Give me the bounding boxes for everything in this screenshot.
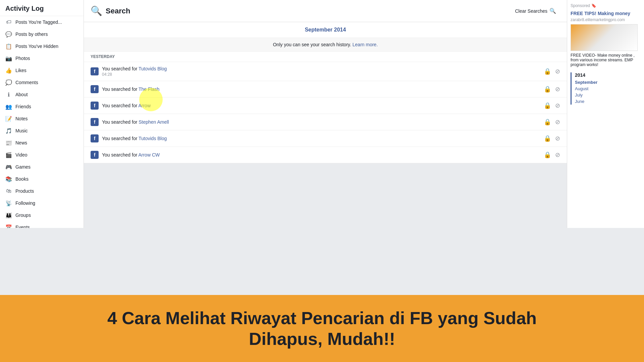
ad-image-placeholder: [571, 24, 637, 51]
clear-search-icon: 🔍: [549, 8, 556, 14]
groups-icon: 👪: [5, 212, 12, 219]
search-row: f You searched for The Flash 🔒 ⊘: [84, 81, 567, 98]
lock-icon[interactable]: 🔒: [544, 135, 551, 142]
lock-icon[interactable]: 🔒: [544, 151, 551, 159]
remove-icon[interactable]: ⊘: [555, 151, 560, 159]
sidebar-item-friends[interactable]: 👥 Friends: [0, 101, 84, 113]
lock-icon[interactable]: 🔒: [544, 85, 551, 93]
lock-icon[interactable]: 🔒: [544, 68, 551, 75]
search-row: f You searched for Tutovids Blog 04:28 🔒…: [84, 62, 567, 81]
sidebar-item-photos[interactable]: 📷 Photos: [0, 52, 84, 64]
products-icon: 🛍: [5, 188, 12, 194]
ad-title[interactable]: FREE TIPS! Making money: [571, 11, 641, 16]
ad-description: FREE VIDEO- Make money online , from var…: [571, 53, 641, 67]
search-header: 🔍 Search Clear Searches 🔍: [84, 0, 567, 22]
sidebar-item-news[interactable]: 📰 News: [0, 137, 84, 149]
sidebar: Activity Log 🏷 Posts You're Tagged... 💬 …: [0, 0, 84, 228]
search-text: You searched for The Flash: [102, 86, 544, 92]
fb-icon: f: [91, 85, 99, 93]
search-text: You searched for Arrow: [102, 103, 544, 108]
learn-more-link[interactable]: Learn more.: [353, 42, 378, 47]
sidebar-item-notes[interactable]: 📝 Notes: [0, 113, 84, 125]
banner-text: 4 Cara Melihat Riwayat Pencarian di FB y…: [107, 308, 537, 350]
row-actions: 🔒 ⊘: [544, 151, 560, 159]
search-row: f You searched for Arrow CW 🔒 ⊘: [84, 147, 567, 163]
clear-searches-button[interactable]: Clear Searches 🔍: [511, 6, 560, 16]
news-icon: 📰: [5, 139, 12, 146]
sidebar-item-games[interactable]: 🎮 Games: [0, 161, 84, 173]
lock-icon[interactable]: 🔒: [544, 118, 551, 126]
search-body: September 2014 Only you can see your sea…: [84, 22, 567, 163]
date-nav-year: 2014: [575, 72, 641, 78]
about-icon: ℹ: [5, 91, 12, 98]
notes-icon: 📝: [5, 115, 12, 122]
likes-icon: 👍: [5, 67, 12, 74]
events-icon: 📅: [5, 224, 12, 228]
sidebar-item-posts-hidden[interactable]: 📋 Posts You've Hidden: [0, 40, 84, 52]
fb-icon: f: [91, 118, 99, 126]
sidebar-item-posts-by-others[interactable]: 💬 Posts by others: [0, 28, 84, 40]
row-actions: 🔒 ⊘: [544, 102, 560, 109]
ad-url: zarabr8.elitemarketingpro.com: [571, 17, 641, 22]
books-icon: 📚: [5, 176, 12, 182]
sidebar-item-video[interactable]: 🎬 Video: [0, 149, 84, 161]
search-link[interactable]: Stephen Amell: [139, 119, 169, 125]
date-nav-month-june[interactable]: June: [575, 98, 641, 105]
games-icon: 🎮: [5, 164, 12, 170]
search-header-left: 🔍 Search: [91, 5, 130, 16]
sponsored-label: Sponsored 🔖: [571, 3, 641, 8]
search-text: You searched for Stephen Amell: [102, 119, 544, 125]
row-actions: 🔒 ⊘: [544, 68, 560, 75]
comment-icon: 💬: [5, 31, 12, 38]
search-link[interactable]: Arrow CW: [138, 152, 160, 158]
fb-icon: f: [91, 67, 99, 75]
remove-icon[interactable]: ⊘: [555, 118, 560, 126]
sidebar-item-events[interactable]: 📅 Events: [0, 221, 84, 228]
sidebar-item-books[interactable]: 📚 Books: [0, 173, 84, 185]
tag-icon: 🏷: [5, 19, 12, 25]
remove-icon[interactable]: ⊘: [555, 68, 560, 75]
fb-icon: f: [91, 151, 99, 159]
date-nav: 2014 September August July June: [571, 72, 641, 105]
remove-icon[interactable]: ⊘: [555, 135, 560, 142]
search-text: You searched for Tutovids Blog 04:28: [102, 66, 544, 77]
lock-icon[interactable]: 🔒: [544, 102, 551, 109]
sidebar-item-about[interactable]: ℹ About: [0, 88, 84, 101]
ad-image: [571, 24, 638, 51]
fb-icon: f: [91, 134, 99, 142]
search-text: You searched for Arrow CW: [102, 152, 544, 158]
video-icon: 🎬: [5, 152, 12, 158]
sidebar-item-posts-tagged[interactable]: 🏷 Posts You're Tagged...: [0, 16, 84, 28]
comments-icon: 💭: [5, 79, 12, 86]
search-link[interactable]: Tutovids Blog: [139, 136, 167, 141]
sidebar-item-products[interactable]: 🛍 Products: [0, 185, 84, 197]
search-row: f You searched for Arrow 🔒 ⊘: [84, 98, 567, 114]
sidebar-item-likes[interactable]: 👍 Likes: [0, 64, 84, 76]
hidden-icon: 📋: [5, 43, 12, 50]
search-text: You searched for Tutovids Blog: [102, 136, 544, 141]
sidebar-item-comments[interactable]: 💭 Comments: [0, 76, 84, 88]
month-header: September 2014: [84, 22, 567, 38]
row-actions: 🔒 ⊘: [544, 135, 560, 142]
date-nav-month-september[interactable]: September: [575, 79, 641, 85]
ad-block: FREE TIPS! Making money zarabr8.elitemar…: [571, 11, 641, 67]
search-link[interactable]: Arrow: [138, 103, 151, 108]
following-icon: 📡: [5, 200, 12, 206]
search-row: f You searched for Stephen Amell 🔒 ⊘: [84, 114, 567, 130]
date-nav-month-august[interactable]: August: [575, 85, 641, 92]
search-page-title: Search: [106, 7, 130, 15]
date-nav-month-july[interactable]: July: [575, 92, 641, 98]
photos-icon: 📷: [5, 55, 12, 62]
row-actions: 🔒 ⊘: [544, 85, 560, 93]
search-row: f You searched for Tutovids Blog 🔒 ⊘: [84, 130, 567, 147]
remove-icon[interactable]: ⊘: [555, 102, 560, 109]
search-link[interactable]: The Flash: [139, 86, 159, 92]
privacy-notice: Only you can see your search history. Le…: [84, 38, 567, 52]
bottom-banner: 4 Cara Melihat Riwayat Pencarian di FB y…: [0, 295, 644, 362]
remove-icon[interactable]: ⊘: [555, 85, 560, 93]
search-link[interactable]: Tutovids Blog: [139, 66, 167, 71]
sidebar-item-following[interactable]: 📡 Following: [0, 197, 84, 209]
sponsored-icon: 🔖: [591, 3, 596, 8]
sidebar-item-groups[interactable]: 👪 Groups: [0, 209, 84, 221]
sidebar-item-music[interactable]: 🎵 Music: [0, 125, 84, 137]
